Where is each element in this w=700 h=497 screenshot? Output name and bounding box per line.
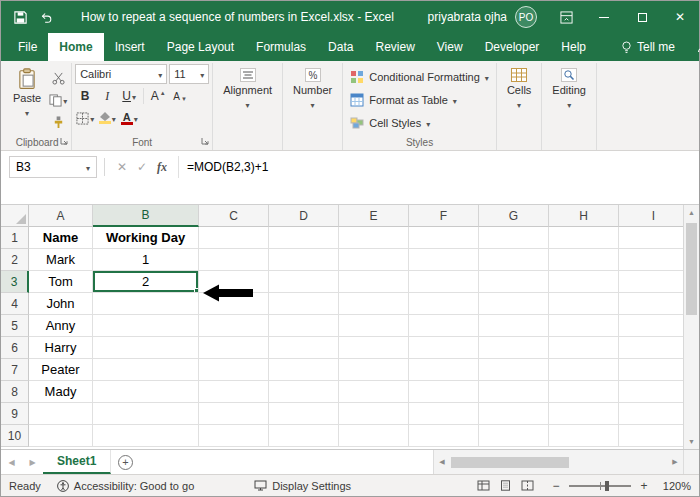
horizontal-scrollbar-thumb[interactable] (451, 457, 569, 468)
bold-button[interactable]: B (75, 86, 95, 106)
cell-F7[interactable] (409, 359, 479, 381)
cell-A1[interactable]: Name (29, 227, 93, 249)
cell-F2[interactable] (409, 249, 479, 271)
scroll-left-icon[interactable] (434, 455, 450, 470)
row-header-2[interactable]: 2 (1, 249, 29, 271)
cell-E9[interactable] (339, 403, 409, 425)
row-header-9[interactable]: 9 (1, 403, 29, 425)
cell-A10[interactable] (29, 425, 93, 447)
cell-A8[interactable]: Mady (29, 381, 93, 403)
column-header-B[interactable]: B (93, 205, 199, 227)
row-header-6[interactable]: 6 (1, 337, 29, 359)
cell-H8[interactable] (549, 381, 619, 403)
cell-D3[interactable] (269, 271, 339, 293)
cell-B9[interactable] (93, 403, 199, 425)
accessibility-status[interactable]: Accessibility: Good to go (57, 480, 194, 492)
cell-A6[interactable]: Harry (29, 337, 93, 359)
cell-B2[interactable]: 1 (93, 249, 199, 271)
cell-I10[interactable] (619, 425, 683, 447)
zoom-slider[interactable] (569, 485, 631, 487)
cell-B7[interactable] (93, 359, 199, 381)
cell-A7[interactable]: Peater (29, 359, 93, 381)
insert-function-button[interactable]: fx (152, 157, 172, 177)
font-dialog-launcher[interactable] (201, 136, 209, 147)
conditional-formatting-button[interactable]: Conditional Formatting (346, 66, 493, 88)
cell-C1[interactable] (199, 227, 269, 249)
cancel-button[interactable]: ✕ (112, 157, 132, 177)
cell-I2[interactable] (619, 249, 683, 271)
row-header-5[interactable]: 5 (1, 315, 29, 337)
undo-button[interactable] (33, 4, 59, 30)
cell-D10[interactable] (269, 425, 339, 447)
previous-sheet-icon[interactable] (1, 450, 22, 474)
name-box[interactable]: B3 (9, 156, 97, 178)
cell-D2[interactable] (269, 249, 339, 271)
cell-I7[interactable] (619, 359, 683, 381)
cell-H7[interactable] (549, 359, 619, 381)
column-header-H[interactable]: H (549, 205, 619, 227)
column-header-F[interactable]: F (409, 205, 479, 227)
cell-H4[interactable] (549, 293, 619, 315)
cell-H1[interactable] (549, 227, 619, 249)
row-header-1[interactable]: 1 (1, 227, 29, 249)
select-all-corner[interactable] (1, 205, 29, 227)
column-header-C[interactable]: C (199, 205, 269, 227)
format-as-table-button[interactable]: Format as Table (346, 89, 493, 111)
cell-A9[interactable] (29, 403, 93, 425)
cell-A2[interactable]: Mark (29, 249, 93, 271)
scroll-up-icon[interactable] (684, 205, 700, 220)
cell-C9[interactable] (199, 403, 269, 425)
italic-button[interactable]: I (97, 86, 117, 106)
tab-insert[interactable]: Insert (104, 33, 156, 61)
column-header-I[interactable]: I (619, 205, 683, 227)
scroll-down-icon[interactable] (684, 434, 700, 449)
decrease-font-size-button[interactable]: A (170, 86, 190, 106)
cell-B6[interactable] (93, 337, 199, 359)
zoom-level[interactable]: 120% (657, 480, 691, 492)
cell-B5[interactable] (93, 315, 199, 337)
tab-review[interactable]: Review (364, 33, 425, 61)
cell-G9[interactable] (479, 403, 549, 425)
cell-I9[interactable] (619, 403, 683, 425)
cell-D4[interactable] (269, 293, 339, 315)
cell-E3[interactable] (339, 271, 409, 293)
column-header-E[interactable]: E (339, 205, 409, 227)
cell-G5[interactable] (479, 315, 549, 337)
cell-F9[interactable] (409, 403, 479, 425)
cell-C2[interactable] (199, 249, 269, 271)
cell-B1[interactable]: Working Day (93, 227, 199, 249)
number-format-button[interactable]: % Number (286, 64, 339, 150)
row-header-7[interactable]: 7 (1, 359, 29, 381)
cell-G2[interactable] (479, 249, 549, 271)
cut-button[interactable] (48, 68, 68, 88)
cell-B8[interactable] (93, 381, 199, 403)
clipboard-dialog-launcher[interactable] (60, 136, 68, 147)
cell-G10[interactable] (479, 425, 549, 447)
cell-H10[interactable] (549, 425, 619, 447)
new-sheet-button[interactable]: + (111, 450, 139, 474)
vertical-scrollbar[interactable] (683, 205, 699, 449)
cell-F10[interactable] (409, 425, 479, 447)
minimize-button[interactable] (585, 1, 623, 33)
close-button[interactable]: ✕ (661, 1, 699, 33)
cell-G7[interactable] (479, 359, 549, 381)
zoom-in-button[interactable]: + (637, 479, 651, 493)
enter-button[interactable]: ✓ (132, 157, 152, 177)
ribbon-display-options-button[interactable] (547, 1, 585, 33)
cell-I1[interactable] (619, 227, 683, 249)
cell-E10[interactable] (339, 425, 409, 447)
cell-C5[interactable] (199, 315, 269, 337)
cell-D1[interactable] (269, 227, 339, 249)
cell-G3[interactable] (479, 271, 549, 293)
cell-E2[interactable] (339, 249, 409, 271)
cell-H6[interactable] (549, 337, 619, 359)
tab-formulas[interactable]: Formulas (245, 33, 317, 61)
cell-G6[interactable] (479, 337, 549, 359)
cell-D6[interactable] (269, 337, 339, 359)
tab-file[interactable]: File (7, 33, 48, 61)
cell-G8[interactable] (479, 381, 549, 403)
page-layout-view-button[interactable] (495, 477, 515, 495)
cell-C7[interactable] (199, 359, 269, 381)
tab-data[interactable]: Data (317, 33, 364, 61)
row-header-10[interactable]: 10 (1, 425, 29, 447)
